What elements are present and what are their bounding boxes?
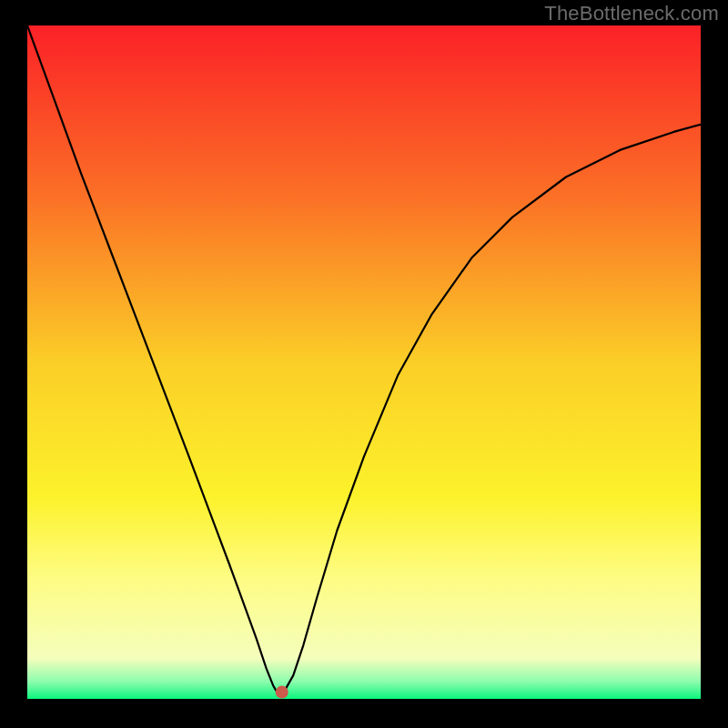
optimal-point-marker: [276, 686, 288, 699]
chart-svg: [27, 25, 701, 699]
plot-area: [27, 25, 701, 699]
watermark-text: TheBottleneck.com: [544, 2, 719, 25]
chart-frame: TheBottleneck.com: [0, 0, 728, 728]
gradient-background: [27, 25, 701, 699]
